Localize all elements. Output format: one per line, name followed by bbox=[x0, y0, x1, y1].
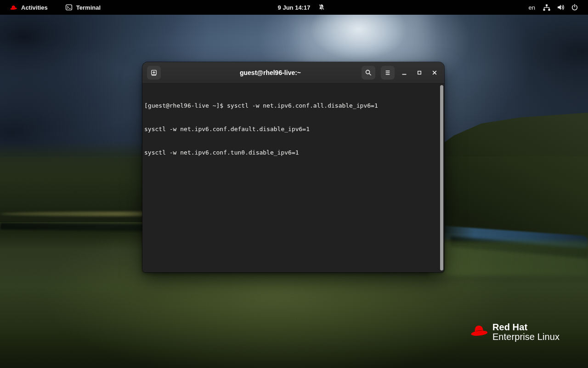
titlebar-controls bbox=[356, 66, 440, 80]
keyboard-layout-button[interactable]: en bbox=[526, 0, 538, 15]
redhat-fedora-logo bbox=[470, 324, 488, 337]
rhel-branding: Red Hat Enterprise Linux bbox=[470, 322, 560, 342]
terminal-line: [guest@rhel96-live ~]$ sysctl -w net.ipv… bbox=[144, 102, 438, 109]
terminal-app-icon bbox=[65, 4, 73, 11]
terminal-line: sysctl -w net.ipv6.conf.default.disable_… bbox=[144, 125, 438, 133]
top-bar: Activities Terminal 9 Jun 14:17 bbox=[0, 0, 588, 15]
redhat-logo-icon bbox=[10, 5, 17, 11]
terminal-content[interactable]: [guest@rhel96-live ~]$ sysctl -w net.ipv… bbox=[142, 84, 444, 272]
minimize-icon bbox=[401, 69, 408, 76]
menu-button[interactable] bbox=[381, 66, 395, 80]
topbar-right: en bbox=[526, 0, 588, 15]
clock-label: 9 Jun 14:17 bbox=[278, 4, 311, 11]
maximize-button[interactable] bbox=[414, 66, 425, 80]
new-tab-button[interactable] bbox=[147, 66, 161, 80]
topbar-center: 9 Jun 14:17 bbox=[275, 0, 314, 15]
hamburger-menu-icon bbox=[384, 69, 391, 76]
window-title: guest@rhel96-live:~ bbox=[188, 62, 352, 83]
volume-icon bbox=[557, 4, 565, 11]
brand-text: Red Hat Enterprise Linux bbox=[492, 322, 560, 342]
keyboard-layout-label: en bbox=[529, 4, 535, 11]
search-icon bbox=[365, 69, 372, 76]
activities-button[interactable]: Activities bbox=[6, 0, 51, 15]
close-button[interactable] bbox=[429, 66, 440, 80]
activities-label: Activities bbox=[21, 4, 48, 11]
focused-app-menu[interactable]: Terminal bbox=[62, 0, 104, 15]
search-button[interactable] bbox=[362, 66, 375, 80]
brand-name: Red Hat bbox=[492, 322, 560, 332]
system-menu-button[interactable] bbox=[538, 0, 582, 15]
window-titlebar[interactable]: guest@rhel96-live:~ bbox=[142, 62, 444, 84]
notifications-disabled-icon bbox=[318, 4, 325, 11]
power-icon bbox=[571, 4, 578, 11]
maximize-icon bbox=[416, 69, 423, 76]
product-name: Enterprise Linux bbox=[492, 332, 560, 342]
desktop: Activities Terminal 9 Jun 14:17 bbox=[0, 0, 588, 368]
clock-button[interactable]: 9 Jun 14:17 bbox=[275, 0, 314, 15]
network-wired-icon bbox=[543, 4, 551, 11]
focused-app-label: Terminal bbox=[76, 4, 101, 11]
new-tab-icon bbox=[150, 69, 158, 76]
close-icon bbox=[431, 69, 438, 76]
terminal-line: sysctl -w net.ipv6.conf.tun0.disable_ipv… bbox=[144, 149, 438, 156]
terminal-window: guest@rhel96-live:~ bbox=[142, 62, 444, 272]
minimize-button[interactable] bbox=[399, 66, 410, 80]
scrollbar-thumb[interactable] bbox=[440, 85, 443, 270]
topbar-left: Activities Terminal bbox=[0, 0, 104, 15]
